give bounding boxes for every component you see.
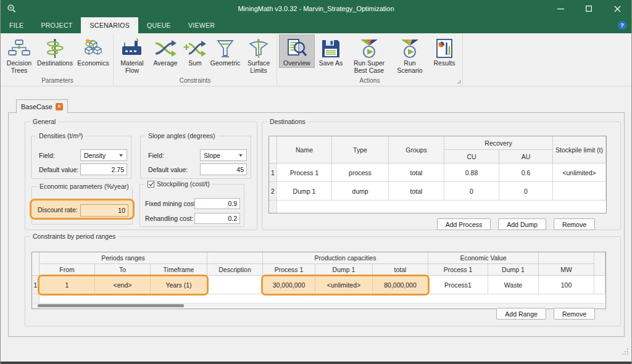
run-scenario-button[interactable]: Run Scenario bbox=[391, 35, 428, 75]
menu-project[interactable]: PROJECT bbox=[32, 17, 81, 33]
cell-from[interactable]: 1 bbox=[40, 276, 95, 294]
cell-dump1-capacity[interactable]: <unlimited> bbox=[315, 276, 373, 294]
horizontal-scrollbar[interactable] bbox=[33, 303, 605, 308]
col-header-to[interactable]: To bbox=[95, 264, 151, 276]
col-header-economic-value[interactable]: Economic Value bbox=[428, 252, 539, 264]
row-number[interactable]: 1 bbox=[32, 276, 40, 294]
sum-button[interactable]: Sum bbox=[182, 35, 208, 68]
cell-cu[interactable]: 0.88 bbox=[444, 163, 499, 182]
cell-ev-dump1[interactable]: Waste bbox=[488, 276, 539, 294]
destinations-table: Name Type Groups Recovery Stockpile limi… bbox=[268, 136, 607, 213]
tab-basecase[interactable]: BaseCase ✕ bbox=[16, 99, 68, 113]
ribbon-group-parameters: Decision Trees Destinations bbox=[2, 33, 114, 86]
col-header-recovery[interactable]: Recovery bbox=[444, 136, 553, 150]
col-header-ev-process1[interactable]: Process 1 bbox=[428, 264, 488, 276]
remove-range-button[interactable]: Remove bbox=[554, 308, 595, 320]
add-dump-button[interactable]: Add Dump bbox=[498, 218, 546, 230]
row-number[interactable]: 1 bbox=[269, 163, 277, 182]
cell-name[interactable]: Dump 1 bbox=[277, 182, 332, 201]
slope-field-select[interactable]: Slope bbox=[200, 149, 247, 161]
decision-trees-button[interactable]: Decision Trees bbox=[4, 35, 35, 75]
average-button[interactable]: Average bbox=[149, 35, 182, 68]
density-field-select[interactable]: Density bbox=[80, 149, 127, 161]
col-header-from[interactable]: From bbox=[40, 264, 95, 276]
cell-ev-process1[interactable]: Process1 bbox=[428, 276, 488, 294]
overview-button[interactable]: Overview bbox=[279, 35, 315, 68]
maximize-button[interactable] bbox=[575, 0, 603, 17]
corner-header bbox=[32, 252, 40, 276]
col-header-empty bbox=[207, 252, 263, 264]
col-header-timeframe[interactable]: Timeframe bbox=[151, 264, 207, 276]
col-header-name[interactable]: Name bbox=[277, 136, 332, 163]
cell-mw[interactable]: 100 bbox=[539, 276, 594, 294]
col-header-ev-dump1[interactable]: Dump 1 bbox=[488, 264, 539, 276]
results-button[interactable]: Results bbox=[428, 35, 460, 68]
cell-timeframe[interactable]: Years (1) bbox=[151, 276, 207, 294]
slope-default-input[interactable] bbox=[200, 163, 247, 175]
cell-to[interactable]: <end> bbox=[95, 276, 151, 294]
discount-rate-input[interactable] bbox=[80, 204, 128, 217]
ribbon-group-constraints: Material Flow Average bbox=[114, 33, 277, 86]
economics-button[interactable]: Economics bbox=[75, 35, 111, 68]
remove-destination-button[interactable]: Remove bbox=[554, 218, 595, 230]
cell-name[interactable]: Process 1 bbox=[277, 163, 332, 182]
cell-groups[interactable]: total bbox=[389, 182, 444, 201]
col-header-stockpile-limit[interactable]: Stockpile limit (t) bbox=[553, 136, 606, 163]
ribbon-button-label: Average bbox=[154, 60, 178, 67]
cell-cu[interactable]: 0 bbox=[444, 182, 499, 201]
col-header-mw[interactable]: MW bbox=[539, 264, 594, 276]
material-flow-button[interactable]: Material Flow bbox=[115, 35, 149, 75]
rehandling-cost-input[interactable] bbox=[194, 213, 240, 224]
col-header-dump1[interactable]: Dump 1 bbox=[315, 264, 373, 276]
dialog-launcher-icon[interactable] bbox=[457, 80, 460, 83]
constraints-table: Periods ranges Production capacities Eco… bbox=[31, 252, 606, 309]
col-header-au[interactable]: AU bbox=[499, 150, 553, 163]
col-header-production-capacities[interactable]: Production capacities bbox=[263, 252, 428, 264]
run-super-best-case-button[interactable]: Run Super Best Case bbox=[347, 35, 391, 75]
col-header-groups[interactable]: Groups bbox=[389, 136, 444, 163]
cell-description[interactable] bbox=[207, 276, 263, 294]
tab-close-icon[interactable]: ✕ bbox=[56, 103, 63, 110]
cell-stockpile-limit[interactable]: <unlimited> bbox=[553, 163, 606, 182]
col-header-total[interactable]: total bbox=[373, 264, 428, 276]
density-default-input[interactable] bbox=[80, 163, 127, 175]
cell-stockpile-limit[interactable] bbox=[553, 182, 606, 201]
menu-scenarios[interactable]: SCENARIOS bbox=[81, 17, 138, 33]
menu-file[interactable]: FILE bbox=[1, 17, 32, 33]
help-icon[interactable]: ? bbox=[618, 21, 626, 30]
surface-limits-button[interactable]: Surface Limits bbox=[243, 35, 275, 75]
col-header-process1[interactable]: Process 1 bbox=[263, 264, 315, 276]
row-number[interactable]: 2 bbox=[269, 182, 277, 201]
save-as-button[interactable]: Save As bbox=[315, 35, 347, 68]
cell-au[interactable]: 0.6 bbox=[499, 163, 553, 182]
cell-empty bbox=[594, 276, 605, 294]
col-header-description[interactable]: Description bbox=[207, 264, 263, 276]
cell-au[interactable]: 0 bbox=[499, 182, 553, 201]
geometric-button[interactable]: Geometric bbox=[208, 35, 243, 68]
stockpiling-legend: Stockpiling (cost/t) bbox=[145, 180, 212, 188]
cell-total-capacity[interactable]: 80,000,000 bbox=[373, 276, 428, 294]
cell-process1-capacity[interactable]: 30,000,000 bbox=[263, 276, 315, 294]
sum-arrows-icon bbox=[183, 37, 207, 60]
fixed-mining-cost-input[interactable] bbox=[194, 198, 240, 209]
scrollbar-thumb[interactable] bbox=[38, 304, 184, 307]
menu-viewer[interactable]: VIEWER bbox=[180, 17, 223, 33]
resize-grip[interactable] bbox=[621, 347, 629, 358]
destinations-button[interactable]: Destinations bbox=[35, 35, 75, 68]
general-groupbox: General Densities (t/m³) Field: Density … bbox=[25, 122, 257, 230]
ribbon-button-label: Material Flow bbox=[116, 60, 148, 74]
cell-type[interactable]: dump bbox=[332, 182, 389, 201]
col-header-cu[interactable]: CU bbox=[444, 150, 499, 163]
stockpiling-checkbox[interactable] bbox=[148, 181, 154, 188]
col-header-periods-ranges[interactable]: Periods ranges bbox=[40, 252, 207, 264]
add-range-button[interactable]: Add Range bbox=[496, 308, 546, 320]
cell-groups[interactable]: total bbox=[389, 163, 444, 182]
cell-type[interactable]: process bbox=[332, 163, 389, 182]
slope-field-label: Field: bbox=[148, 152, 164, 159]
minimize-button[interactable] bbox=[546, 0, 575, 17]
close-button[interactable] bbox=[603, 0, 631, 17]
col-header-type[interactable]: Type bbox=[332, 136, 389, 163]
add-process-button[interactable]: Add Process bbox=[437, 218, 491, 230]
menu-queue[interactable]: QUEUE bbox=[138, 17, 180, 33]
slope-angles-groupbox: Slope angles (degrees) Field: Slope Defa… bbox=[140, 136, 251, 179]
